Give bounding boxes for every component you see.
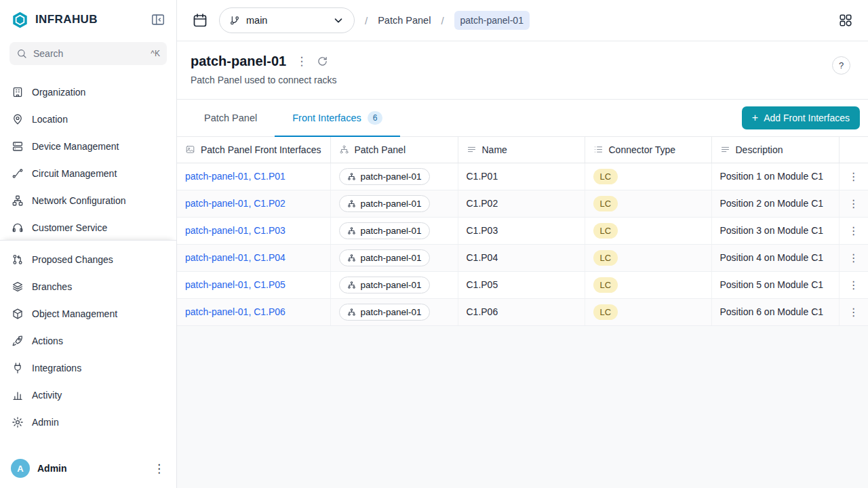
collapse-sidebar-icon[interactable]	[151, 12, 165, 27]
table-row: patch-panel-01, C1.P05 patch-panel-01 C1…	[177, 271, 868, 298]
page-header: patch-panel-01 ⋮ Patch Panel used to con…	[177, 41, 868, 100]
row-actions-cell: ⋮	[839, 163, 868, 190]
interface-link[interactable]: patch-panel-01, C1.P01	[185, 171, 285, 182]
sidebar-item-label: Activity	[32, 390, 62, 401]
patch-panel-chip[interactable]: patch-panel-01	[339, 222, 430, 239]
tab-patch-panel[interactable]: Patch Panel	[186, 100, 275, 136]
name-cell: C1.P06	[458, 298, 585, 325]
breadcrumb-separator: /	[441, 15, 443, 26]
interface-link[interactable]: patch-panel-01, C1.P06	[185, 306, 285, 317]
search-input[interactable]: Search ^K	[9, 42, 167, 65]
map-pin-icon	[12, 113, 24, 125]
sidebar-item-label: Object Management	[32, 308, 117, 319]
patch-panel-chip-label: patch-panel-01	[361, 307, 422, 317]
hierarchy-icon	[347, 199, 356, 208]
name-cell: C1.P02	[458, 190, 585, 217]
column-actions	[839, 137, 868, 163]
front-interfaces-table: Patch Panel Front Interfaces Patch Panel…	[177, 137, 868, 326]
patch-panel-chip[interactable]: patch-panel-01	[339, 249, 430, 266]
row-menu-kebab-icon[interactable]: ⋮	[848, 306, 859, 318]
sidebar-item[interactable]: Branches	[0, 273, 176, 300]
sidebar-item[interactable]: Integrations	[0, 354, 176, 382]
sidebar-item[interactable]: Device Management	[0, 133, 176, 160]
sidebar-item[interactable]: Object Management	[0, 300, 176, 327]
connector-type-badge: LC	[593, 223, 618, 239]
breadcrumb-current[interactable]: patch-panel-01	[454, 11, 530, 30]
topbar: main / Patch Panel / patch-panel-01	[177, 0, 868, 41]
hierarchy-icon	[339, 144, 349, 155]
refresh-icon[interactable]	[317, 56, 328, 67]
column-description: Description	[711, 137, 839, 163]
interface-link[interactable]: patch-panel-01, C1.P02	[185, 198, 285, 209]
branch-name: main	[246, 15, 267, 26]
sidebar-item[interactable]: Admin	[0, 409, 176, 436]
patch-panel-cell: patch-panel-01	[330, 217, 458, 244]
patch-panel-cell: patch-panel-01	[330, 244, 458, 271]
row-menu-kebab-icon[interactable]: ⋮	[848, 225, 859, 237]
user-menu-kebab-icon[interactable]: ⋮	[153, 462, 165, 476]
row-menu-kebab-icon[interactable]: ⋮	[848, 198, 859, 209]
patch-panel-chip-label: patch-panel-01	[361, 171, 422, 182]
sidebar-item-label: Network Configuration	[32, 195, 126, 206]
connector-type-cell: LC	[585, 217, 711, 244]
patch-panel-chip[interactable]: patch-panel-01	[339, 277, 430, 293]
main-area: main / Patch Panel / patch-panel-01 patc…	[177, 0, 868, 488]
gear-icon	[12, 416, 24, 428]
branch-selector[interactable]: main	[219, 7, 355, 33]
bar-chart-icon	[12, 389, 24, 401]
row-menu-kebab-icon[interactable]: ⋮	[848, 252, 859, 264]
row-menu-kebab-icon[interactable]: ⋮	[848, 171, 859, 182]
patch-panel-cell: patch-panel-01	[330, 298, 458, 325]
table-row: patch-panel-01, C1.P03 patch-panel-01 C1…	[177, 217, 868, 244]
sidebar: INFRAHUB Search ^K Organization Location…	[0, 0, 177, 488]
interface-link-cell: patch-panel-01, C1.P01	[177, 163, 330, 190]
column-name: Name	[458, 137, 585, 163]
sidebar-item[interactable]: Location	[0, 106, 176, 133]
interface-link[interactable]: patch-panel-01, C1.P05	[185, 279, 285, 290]
description-cell: Position 5 on Module C1	[711, 271, 839, 298]
connector-type-badge: LC	[593, 169, 618, 184]
patch-panel-chip[interactable]: patch-panel-01	[339, 304, 430, 321]
connector-type-cell: LC	[585, 298, 711, 325]
add-front-interfaces-button[interactable]: + Add Front Interfaces	[742, 106, 860, 129]
hierarchy-icon	[347, 172, 356, 181]
search-shortcut: ^K	[151, 49, 160, 58]
sidebar-item[interactable]: Activity	[0, 382, 176, 409]
sidebar-item[interactable]: Actions	[0, 327, 176, 354]
tab-label: Patch Panel	[204, 113, 257, 123]
column-connector-type: Connector Type	[585, 137, 711, 163]
hierarchy-icon	[347, 308, 356, 317]
sidebar-item[interactable]: Network Configuration	[0, 187, 176, 214]
page-subtitle: Patch Panel used to connect racks	[191, 75, 854, 85]
avatar: A	[11, 459, 30, 478]
calendar-icon[interactable]	[188, 8, 212, 33]
connector-type-cell: LC	[585, 163, 711, 190]
list-icon	[593, 144, 604, 155]
breadcrumb-patch-panel[interactable]: Patch Panel	[378, 15, 431, 26]
sidebar-item[interactable]: Customer Service	[0, 214, 176, 240]
patch-panel-chip[interactable]: patch-panel-01	[339, 168, 430, 185]
tab-front-interfaces[interactable]: Front Interfaces 6	[275, 100, 400, 136]
chevron-down-icon	[332, 14, 344, 26]
user-name: Admin	[37, 463, 67, 474]
patch-panel-chip-label: patch-panel-01	[361, 280, 422, 290]
apps-grid-icon[interactable]	[834, 9, 857, 32]
table-header-row: Patch Panel Front Interfaces Patch Panel…	[177, 137, 868, 163]
tabs-bar: Patch Panel Front Interfaces 6 + Add Fro…	[177, 100, 868, 137]
sidebar-item[interactable]: Organization	[0, 79, 176, 106]
server-icon	[12, 140, 24, 152]
description-cell: Position 1 on Module C1	[711, 163, 839, 190]
page-menu-kebab-icon[interactable]: ⋮	[296, 56, 307, 67]
sidebar-item-label: Customer Service	[32, 222, 107, 233]
row-menu-kebab-icon[interactable]: ⋮	[848, 279, 859, 291]
interface-link-cell: patch-panel-01, C1.P05	[177, 271, 330, 298]
text-icon	[720, 144, 730, 155]
infrahub-logo-icon	[11, 11, 29, 29]
patch-panel-chip[interactable]: patch-panel-01	[339, 195, 430, 212]
interface-link[interactable]: patch-panel-01, C1.P04	[185, 252, 285, 263]
sidebar-item[interactable]: Circuit Management	[0, 160, 176, 187]
help-button[interactable]: ?	[832, 56, 850, 75]
sidebar-item[interactable]: Proposed Changes	[0, 246, 176, 273]
interface-link[interactable]: patch-panel-01, C1.P03	[185, 225, 285, 236]
layers-icon	[12, 281, 24, 293]
